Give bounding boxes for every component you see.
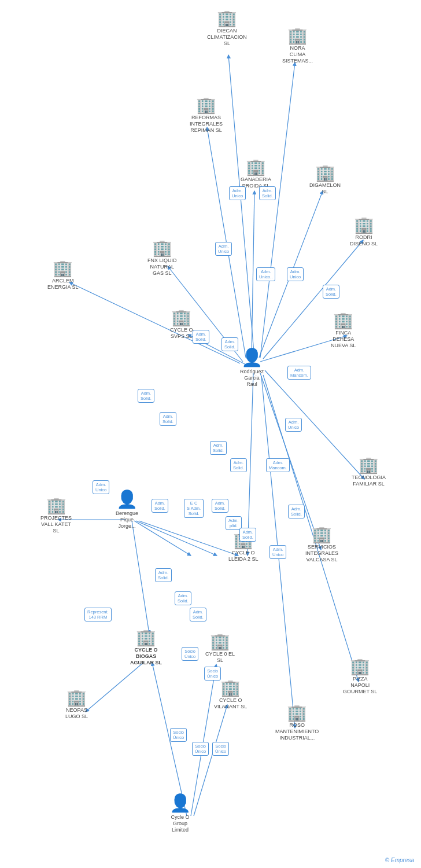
node-pizza: 🏢 PIZZANAPOLIGOURMET SL	[343, 659, 377, 694]
building-icon-cycleOEl: 🏢	[210, 634, 230, 650]
badge-adm-solid-12: Adm.Solid.	[239, 528, 256, 542]
label-fnx: FNX LIQUIDNATURALGAS SL	[147, 258, 177, 276]
svg-line-5	[260, 62, 295, 358]
label-cycleOsvps: CYCLE OSVPS SL	[170, 327, 193, 340]
building-icon-diecan: 🏢	[217, 10, 237, 27]
badge-adm-mancom-2: Adm.Mancom.	[266, 458, 290, 472]
building-icon-roso: 🏢	[287, 705, 307, 721]
label-berengue: BerenguePiqueJorge...	[116, 510, 138, 529]
label-cycleOBiogas: CYCLE OBIOGASAGUILAR SL	[130, 647, 162, 665]
building-icon-fnx: 🏢	[152, 240, 172, 256]
building-icon-ganaderia: 🏢	[246, 159, 266, 175]
svg-line-3	[86, 663, 143, 712]
copyright: © Empresa	[385, 857, 414, 863]
badge-adm-unico-4: Adm.Unico	[287, 267, 304, 281]
label-digamelon: DIGAMELONSL	[309, 182, 341, 195]
node-reformas: 🏢 REFORMASINTEGRALESREPIMAN SL	[190, 97, 223, 133]
person-icon-cycleGroup: 👤	[169, 793, 191, 813]
label-cycleGroup: Cycle OGroupLimited	[171, 814, 189, 833]
badge-socio-unico-4: SocioÚnico	[192, 742, 209, 756]
node-cycleOEl: 🏢 CYCLE 0 ELSL	[205, 634, 235, 664]
node-projectes: 🏢 PROJECTESVALL KATETSL	[40, 498, 72, 534]
node-cycleOVilanant: 🏢 CYCLE OVILANANT SL	[214, 680, 247, 710]
badge-adm-unico-7: Adm.Unico	[269, 545, 286, 559]
badge-adm-solid-15: Adm.Solid.	[175, 591, 191, 605]
svg-line-11	[69, 282, 240, 363]
label-servicios: SERVICIOSINTEGRALESVALCASA SL	[305, 544, 338, 562]
badge-adm-unico-6: Adm.Unico	[93, 480, 109, 494]
node-roso: 🏢 ROSOMANTENIMIENTOINDUSTRIAL...	[275, 705, 319, 741]
node-tecnologia: 🏢 TECNOLOGIAFAMILIAR SL	[352, 457, 386, 487]
building-icon-rodri: 🏢	[354, 217, 374, 233]
label-cycleOVilanant: CYCLE OVILANANT SL	[214, 697, 247, 710]
badge-socio-unico-1: SocioÚnico	[182, 647, 198, 661]
label-finca: FINCADEHESANUEVA SL	[331, 330, 356, 348]
label-rodri: RODRIDISEÑO SL	[350, 234, 378, 247]
node-neopas: 🏢 NEOPASLUGO SL	[65, 690, 88, 720]
label-tecnologia: TECNOLOGIAFAMILIAR SL	[352, 475, 386, 487]
label-rodriguez: RodriguezGarciaRaul	[240, 369, 264, 387]
label-cycleOEl: CYCLE 0 ELSL	[205, 651, 235, 664]
building-icon-finca: 🏢	[333, 312, 353, 329]
badge-adm-solid-13: Adm.Solid.	[288, 505, 305, 518]
label-arclem: ARCLEMENERGIA SL	[47, 278, 79, 290]
badge-adm-solid-11: Adm.Solid.	[212, 499, 228, 513]
node-cycleGroup: 👤 Cycle OGroupLimited	[169, 793, 191, 833]
node-cycleOsvps: 🏢 CYCLE OSVPS SL	[170, 310, 193, 340]
badge-adm-solid-6: Adm.Solid.	[160, 412, 176, 426]
badge-adm-mancom-1: Adm.Mancom.	[287, 366, 311, 380]
building-icon-pizza: 🏢	[350, 659, 370, 675]
badge-adm-solid-5: Adm.Solid.	[138, 389, 154, 403]
building-icon-neopas: 🏢	[67, 690, 87, 706]
badge-adm-solid-14: Adm.Solid.	[155, 568, 172, 582]
node-rodriguez: 👤 RodriguezGarciaRaul	[240, 347, 264, 387]
building-icon-nora: 🏢	[287, 28, 308, 44]
svg-line-23	[139, 521, 238, 556]
svg-line-7	[252, 191, 254, 358]
building-icon-cycleOVilanant: 🏢	[220, 680, 241, 696]
node-ganaderia: 🏢 GANADERIAPROIDA SL	[241, 159, 271, 189]
badge-adm-solid-8: Adm.Solid.	[230, 458, 247, 472]
svg-line-20	[132, 521, 149, 634]
badge-adm-solid-3: Adm.Solid.	[193, 330, 209, 344]
badge-adm-solid-4: Adm.Solid.	[221, 337, 238, 351]
person-icon-rodriguez: 👤	[241, 347, 263, 367]
svg-line-1	[191, 664, 216, 816]
building-icon-arclem: 🏢	[53, 260, 73, 277]
badge-adm-unico-5: Adm.Unico	[285, 418, 302, 432]
badge-e-adm-solid-10: E CS Adm.Solid.	[184, 499, 204, 518]
label-reformas: REFORMASINTEGRALESREPIMAN SL	[190, 115, 223, 133]
svg-line-4	[228, 55, 254, 359]
badge-adm-solid-7: Adm.Solid.	[210, 441, 227, 455]
node-cycleOBiogas: 🏢 CYCLE OBIOGASAGUILAR SL	[130, 630, 162, 665]
building-icon-tecnologia: 🏢	[359, 457, 379, 473]
node-servicios: 🏢 SERVICIOSINTEGRALESVALCASA SL	[305, 527, 338, 562]
node-fnx: 🏢 FNX LIQUIDNATURALGAS SL	[147, 240, 177, 276]
badge-adm-solid-9: Adm.Solid.	[152, 499, 168, 513]
building-icon-reformas: 🏢	[196, 97, 216, 113]
label-diecan: DIECANCLIMATIZACIONSL	[207, 28, 247, 46]
badge-adm-unico-3: Adm.Unico..	[256, 267, 275, 281]
person-icon-berengue: 👤	[116, 489, 138, 509]
svg-line-22	[136, 521, 217, 556]
building-icon-projectes: 🏢	[46, 498, 67, 514]
badge-adm-unico-2: Adm.Unico	[215, 242, 232, 256]
building-icon-cycleOsvps: 🏢	[171, 310, 191, 326]
badge-represent: Represent.143 RRM	[84, 608, 112, 621]
node-arclem: 🏢 ARCLEMENERGIA SL	[47, 260, 79, 290]
building-icon-cycleOBiogas: 🏢	[136, 630, 156, 646]
node-digamelon: 🏢 DIGAMELONSL	[309, 165, 341, 195]
badge-adm-unico-1: Adm.Unico	[229, 186, 246, 200]
badge-socio-unico-5: SocioÚnico	[212, 742, 229, 756]
node-finca: 🏢 FINCADEHESANUEVA SL	[331, 312, 356, 348]
label-pizza: PIZZANAPOLIGOURMET SL	[343, 676, 377, 694]
building-icon-servicios: 🏢	[312, 527, 332, 543]
svg-line-2	[194, 705, 227, 816]
label-nora: NORACLIMASISTEMAS...	[282, 45, 313, 64]
node-rodri: 🏢 RODRIDISEÑO SL	[350, 217, 378, 247]
badge-adm-solid-2: Adm.Solid.	[323, 285, 339, 299]
label-projectes: PROJECTESVALL KATETSL	[40, 515, 72, 534]
building-icon-digamelon: 🏢	[315, 165, 335, 181]
node-diecan: 🏢 DIECANCLIMATIZACIONSL	[207, 10, 247, 46]
badge-adm-solid-1: Adm.Solid.	[259, 186, 276, 200]
